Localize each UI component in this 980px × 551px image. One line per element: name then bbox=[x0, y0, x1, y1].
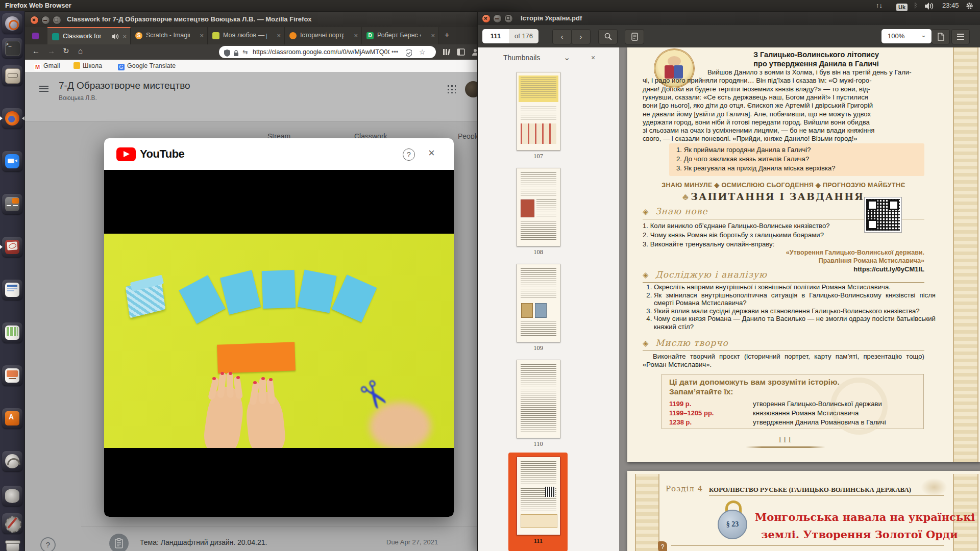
bluetooth-icon[interactable]: ᛒ bbox=[914, 0, 918, 11]
new-tab-button[interactable]: + bbox=[445, 31, 449, 40]
sidebar-title[interactable]: Thumbnails bbox=[503, 54, 540, 62]
disks-icon[interactable] bbox=[2, 486, 22, 506]
libreoffice-writer-icon[interactable] bbox=[2, 280, 22, 300]
library-icon[interactable] bbox=[443, 48, 451, 58]
clock[interactable]: 23:45 bbox=[942, 0, 959, 11]
diamond-icon: ◈ bbox=[643, 339, 649, 348]
reload-button[interactable]: ↻ bbox=[63, 46, 69, 56]
thumbnail-110[interactable] bbox=[517, 360, 560, 438]
bookmark-gmail[interactable]: MGmail bbox=[34, 60, 60, 72]
next-page-button[interactable]: › bbox=[571, 29, 591, 44]
pdf-titlebar[interactable]: Історія України.pdf bbox=[478, 12, 980, 25]
tab-robert-berns[interactable]: D Роберт Бернс « × bbox=[362, 27, 439, 44]
calculator-icon[interactable] bbox=[2, 194, 22, 214]
tab-istorychni-portrety[interactable]: Історичні портр × bbox=[285, 27, 362, 44]
permissions-icon[interactable]: ⇆ bbox=[242, 46, 248, 58]
terminal-icon[interactable]: >_ bbox=[2, 38, 22, 58]
pdf-minimize-button[interactable] bbox=[493, 14, 502, 23]
back-button[interactable]: ← bbox=[32, 46, 40, 55]
tab-close-icon[interactable]: × bbox=[200, 32, 204, 39]
page-number-input[interactable]: 111 bbox=[482, 29, 509, 43]
thumbnail-107[interactable] bbox=[517, 72, 560, 151]
section-rule bbox=[643, 350, 924, 350]
youtube-logo-icon[interactable] bbox=[116, 147, 136, 161]
pdf-main-view[interactable]: З Галицько-Волинського літопису про утве… bbox=[619, 47, 980, 551]
tab-classwork[interactable]: Classwork for × bbox=[47, 27, 131, 45]
bookmark-star-icon[interactable]: ☆ bbox=[419, 46, 426, 58]
thumbnail-111-selected[interactable] bbox=[517, 457, 560, 535]
dates-title-line1: Ці дати допоможуть вам зрозуміти історію… bbox=[669, 378, 840, 387]
pdf-close-button[interactable] bbox=[482, 14, 491, 23]
modal-close-icon[interactable]: × bbox=[428, 146, 435, 160]
blue-paper bbox=[332, 274, 377, 322]
modal-help-icon[interactable]: ? bbox=[403, 148, 415, 161]
annotations-button[interactable] bbox=[625, 29, 644, 44]
forward-button[interactable]: → bbox=[47, 46, 55, 55]
creative-text: Виконайте творчий проєкт (історичний пор… bbox=[643, 353, 924, 369]
overflow-icon[interactable]: ••• bbox=[391, 46, 398, 58]
sidebar-dropdown-icon[interactable]: ⌄ bbox=[564, 53, 570, 62]
desktop: Firefox Web Browser ↑↓ Uk ᛒ 23:45 >_ bbox=[0, 0, 980, 551]
chapter-title: КОРОЛІВСТВО РУСЬКЕ (ГАЛИЦЬКО-ВОЛИНСЬКА Д… bbox=[709, 486, 911, 494]
bell-favicon bbox=[289, 32, 297, 39]
pinned-tab-icon[interactable] bbox=[32, 33, 39, 39]
pdf-menu-button[interactable] bbox=[951, 29, 970, 44]
tab-moya-lyubov[interactable]: Моя любов — р × bbox=[208, 27, 285, 44]
document-viewer-icon[interactable] bbox=[2, 237, 22, 257]
libreoffice-impress-icon[interactable] bbox=[2, 365, 22, 386]
search-button[interactable] bbox=[598, 29, 618, 44]
tab-audio-icon[interactable] bbox=[112, 33, 119, 41]
network-icon[interactable]: ↑↓ bbox=[876, 0, 883, 11]
tracking-shield-icon[interactable] bbox=[406, 48, 412, 61]
firefox-icon[interactable] bbox=[2, 108, 22, 129]
lesson-title-line1: Монгольська навала на українські bbox=[755, 511, 975, 523]
tab-close-icon[interactable]: × bbox=[354, 32, 358, 39]
d-favicon: D bbox=[366, 32, 374, 39]
youtube-wordmark[interactable]: YouTube bbox=[140, 147, 184, 161]
dash-icon[interactable] bbox=[2, 13, 22, 34]
home-button[interactable]: ⌂ bbox=[78, 46, 83, 55]
blue-paper bbox=[298, 270, 337, 313]
window-maximize-button[interactable] bbox=[53, 16, 61, 24]
files-icon[interactable] bbox=[2, 65, 22, 86]
lock-icon[interactable] bbox=[233, 48, 239, 61]
launcher-dock: >_ bbox=[0, 11, 24, 551]
book-favicon bbox=[212, 32, 219, 39]
previous-page-button[interactable]: ‹ bbox=[552, 29, 572, 44]
system-menubar: Firefox Web Browser ↑↓ Uk ᛒ 23:45 bbox=[0, 0, 980, 11]
video-player[interactable]: ✂ bbox=[104, 170, 454, 517]
save-button[interactable] bbox=[932, 29, 950, 44]
source-line: гукнувши, сказали: «Се єсть державець на… bbox=[643, 93, 868, 101]
libreoffice-calc-icon[interactable] bbox=[2, 322, 22, 343]
tab-close-icon[interactable]: × bbox=[431, 32, 435, 39]
diamond-icon: ◈ bbox=[643, 207, 649, 216]
thumbnail-108[interactable] bbox=[517, 168, 560, 246]
section-rule bbox=[643, 282, 924, 283]
translate-icon: G bbox=[118, 64, 125, 70]
ubuntu-software-icon[interactable]: A bbox=[2, 408, 22, 429]
remote-desktop-icon[interactable] bbox=[2, 451, 22, 471]
window-close-button[interactable] bbox=[30, 16, 39, 24]
bookmark-shkola[interactable]: Школа bbox=[74, 60, 102, 72]
zoom-level-select[interactable]: 100% ⌄ bbox=[881, 29, 932, 43]
creative-title: Мислю творчо bbox=[655, 338, 728, 348]
thumbnail-109[interactable] bbox=[517, 264, 560, 342]
url-bar[interactable]: ⇆ https://classroom.google.com/u/0/w/MjA… bbox=[219, 46, 436, 58]
source-line: Вийшов Данило з воями із Холма, і був ві… bbox=[707, 68, 912, 76]
system-settings-icon[interactable] bbox=[2, 513, 22, 534]
scratch-favicon: S bbox=[135, 32, 142, 39]
tab-scratch[interactable]: S Scratch - Imagin × bbox=[131, 27, 208, 44]
trash-icon[interactable] bbox=[2, 538, 22, 551]
window-minimize-button[interactable] bbox=[41, 16, 50, 24]
sidebar-toggle-icon[interactable] bbox=[457, 48, 465, 58]
tab-close-icon[interactable]: × bbox=[122, 33, 127, 40]
tab-close-icon[interactable]: × bbox=[277, 32, 281, 39]
research-item: Як змінилася внутрішньополітична ситуаці… bbox=[654, 291, 936, 307]
sidebar-close-icon[interactable]: × bbox=[591, 54, 595, 62]
zoom-app-icon[interactable] bbox=[2, 151, 22, 171]
firefox-titlebar[interactable]: Classwork for 7-Д Образотворче мистецтво… bbox=[25, 12, 515, 27]
bookmark-google-translate[interactable]: GGoogle Translate bbox=[118, 60, 176, 72]
shield-icon[interactable] bbox=[224, 48, 230, 61]
url-text[interactable]: https://classroom.google.com/u/0/w/MjAwM… bbox=[253, 46, 389, 58]
pdf-maximize-button[interactable] bbox=[504, 14, 513, 23]
